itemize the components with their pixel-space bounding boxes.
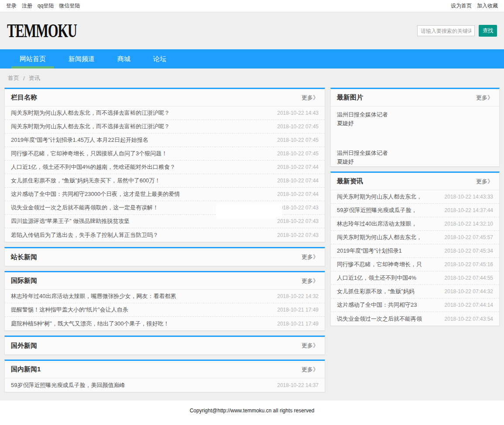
- news-title[interactable]: 说失业金领过一次之后就不能再领: [337, 315, 422, 323]
- wechat-login-link[interactable]: 微信登陆: [59, 2, 80, 10]
- news-row: 提醒警惕！这种指甲盖大小的“纸片”会让人自杀 2018-10-21 17:49: [5, 303, 325, 317]
- image-caption-line1: 温州日报全媒体记者: [337, 110, 493, 119]
- section-header: 国际新闻 更多》: [5, 272, 325, 290]
- news-title[interactable]: 女儿抓住彩票不放，“鱼贩”妈妈无奈买下，居然中了600万！: [11, 177, 160, 185]
- nav-item-news-channel[interactable]: 新闻频道: [60, 49, 103, 69]
- news-date: 2018-10-21 17:49: [277, 307, 319, 313]
- site-header: TEMMOKU 查找: [0, 12, 504, 49]
- footer: Copyright@http://www.temmoku.cn all righ…: [0, 401, 504, 425]
- news-title[interactable]: 同行惨不忍睹，它却神奇增长，只因接班人自问了3个狠问题！: [11, 150, 167, 158]
- news-title[interactable]: 59岁倪萍近照曝光瘦成瓜子脸，: [337, 206, 417, 214]
- register-link[interactable]: 注册: [22, 2, 32, 10]
- news-title[interactable]: 闯关东时期为何山东人都去东北，: [337, 233, 422, 241]
- search-button[interactable]: 查找: [479, 25, 497, 37]
- section-card-international-news: 国际新闻 更多》 林志玲年过40出席活动太辣眼，嘴唇微张扮少女，网友：看着都累 …: [4, 271, 325, 331]
- news-row: 闯关东时期为何山东人都去东北， 2018-10-22 07:45:57: [331, 231, 499, 244]
- news-row: 2019年度“国考”计划招录1 2018-10-22 07:45:34: [331, 244, 499, 258]
- image-caption-line1: 温州日报全媒体记者: [337, 149, 493, 158]
- more-link[interactable]: 更多》: [302, 342, 319, 350]
- main-content: 栏目名称 更多》 闯关东时期为何山东人都去东北，而不选择去富裕的江浙沪呢？ 20…: [0, 86, 504, 397]
- news-title[interactable]: 闯关东时期为何山东人都去东北，而不选择去富裕的江浙沪呢？: [11, 123, 170, 130]
- login-link[interactable]: 登录: [6, 2, 17, 10]
- news-date: 2018-10-22 07:43: [277, 205, 319, 211]
- nav-item-home[interactable]: 网站首页: [11, 49, 54, 69]
- news-row: 说失业金领过一次之后就不能再领 2018-10-22 07:43:54: [331, 312, 499, 326]
- news-title[interactable]: 同行惨不忍睹，它却神奇增长，只: [337, 260, 422, 268]
- news-datetime: 2018-10-22 07:44:14: [445, 302, 493, 308]
- section-title: 最新资讯: [337, 177, 363, 185]
- qq-login-link[interactable]: qq登陆: [38, 2, 54, 10]
- news-row: 闯关东时期为何山东人都去东北， 2018-10-22 14:43:33: [331, 190, 499, 204]
- more-link[interactable]: 更多》: [302, 253, 319, 261]
- news-row: 同行惨不忍睹，它却神奇增长，只 2018-10-22 07:45:16: [331, 258, 499, 271]
- news-title[interactable]: 若陷入传销后为了逃出去，失手杀了控制人算正当防卫吗？: [11, 231, 158, 239]
- breadcrumb-separator: /: [23, 75, 25, 82]
- section-card-foreign-news: 国外新闻 更多》: [4, 336, 325, 355]
- news-row: 同行惨不忍睹，它却神奇增长，只因接班人自问了3个狠问题！ 2018-10-22 …: [5, 147, 325, 161]
- section-header: 最新图片 更多》: [331, 89, 499, 106]
- news-row: 人口近1亿，领土还不到中国4%的越南，凭啥还能对外出口粮食？ 2018-10-2…: [5, 161, 325, 174]
- topbar-right-links: 设为首页 加入收藏: [451, 2, 498, 10]
- news-title[interactable]: 庭院种植5种“树”，既大气又漂亮，结出了300个果子，很好吃！: [11, 320, 169, 328]
- more-link[interactable]: 更多》: [302, 94, 319, 102]
- news-title[interactable]: 人口近1亿，领土还不到中国4%的越南，凭啥还能对外出口粮食？: [11, 163, 175, 171]
- news-title[interactable]: 林志玲年过40出席活动太辣眼，: [337, 220, 417, 228]
- more-link[interactable]: 更多》: [476, 178, 493, 185]
- nav-item-forum[interactable]: 论坛: [145, 49, 175, 69]
- news-title[interactable]: 女儿抓住彩票不放，“鱼贩”妈妈: [337, 288, 415, 295]
- news-row: 女儿抓住彩票不放，“鱼贩”妈妈无奈买下，居然中了600万！ 2018-10-22…: [5, 174, 325, 188]
- news-title[interactable]: 四川盐源评选“苹果王子” 做强品牌助推脱贫攻坚: [11, 217, 130, 225]
- news-row: 这片感动了全中国：共同相守23 2018-10-22 07:44:14: [331, 298, 499, 312]
- more-link[interactable]: 更多》: [476, 94, 493, 102]
- add-favorite-link[interactable]: 加入收藏: [477, 2, 498, 10]
- image-list-item[interactable]: 温州日报全媒体记者 夏婕妤: [331, 106, 499, 145]
- news-title[interactable]: 这片感动了全中国：共同相守23: [337, 301, 417, 309]
- section-card-webmaster-news: 站长新闻 更多》: [4, 247, 325, 266]
- set-homepage-link[interactable]: 设为首页: [451, 2, 472, 10]
- news-datetime: 2018-10-22 07:45:16: [445, 261, 493, 267]
- news-title[interactable]: 59岁倪萍近照曝光瘦成瓜子脸，美回颜值巅峰: [11, 381, 125, 389]
- news-title[interactable]: 闯关东时期为何山东人都去东北，而不选择去富裕的江浙沪呢？: [11, 109, 170, 117]
- news-date: 2018-10-21 17:49: [277, 321, 319, 327]
- news-title[interactable]: 说失业金领过一次之后就不能再领取的，这一定是有误解！: [11, 204, 158, 212]
- section-header: 最新资讯 更多》: [331, 173, 499, 190]
- news-datetime: 2018-10-22 07:45:57: [445, 234, 493, 240]
- news-datetime: 2018-10-22 07:44:55: [445, 275, 493, 281]
- news-row: 闯关东时期为何山东人都去东北，而不选择去富裕的江浙沪呢？ 2018-10-22 …: [5, 120, 325, 134]
- image-list-item[interactable]: 温州日报全媒体记者 夏婕妤: [331, 145, 499, 166]
- news-datetime: 2018-10-22 07:44:32: [445, 288, 493, 295]
- news-title[interactable]: 闯关东时期为何山东人都去东北，: [337, 193, 422, 201]
- main-nav: 网站首页 新闻频道 商城 论坛: [0, 49, 504, 69]
- news-row: 林志玲年过40出席活动太辣眼，嘴唇微张扮少女，网友：看着都累 2018-10-2…: [5, 290, 325, 303]
- news-row: 2019年度“国考”计划招录1.45万人 本月22日起开始报名 2018-10-…: [5, 134, 325, 147]
- breadcrumb-current: 资讯: [29, 74, 40, 82]
- news-title[interactable]: 林志玲年过40出席活动太辣眼，嘴唇微张扮少女，网友：看着都累: [11, 292, 176, 300]
- breadcrumb-home[interactable]: 首页: [8, 74, 19, 82]
- news-title[interactable]: 人口近1亿，领土还不到中国4%: [337, 274, 416, 282]
- image-caption-line2: 夏婕妤: [337, 119, 493, 128]
- news-title[interactable]: 2019年度“国考”计划招录1.45万人 本月22日起开始报名: [11, 136, 148, 144]
- nav-item-mall[interactable]: 商城: [109, 49, 139, 69]
- news-row: 59岁倪萍近照曝光瘦成瓜子脸，美回颜值巅峰 2018-10-22 14:37: [5, 378, 325, 392]
- section-card-latest-images: 最新图片 更多》 温州日报全媒体记者 夏婕妤 温州日报全媒体记者 夏婕妤: [330, 88, 500, 167]
- news-row: 庭院种植5种“树”，既大气又漂亮，结出了300个果子，很好吃！ 2018-10-…: [5, 317, 325, 330]
- search-input[interactable]: [417, 25, 475, 36]
- news-row: 这片感动了全中国：共同相守23000个日夜，这才是世上最美的爱情 2018-10…: [5, 188, 325, 201]
- more-link[interactable]: 更多》: [302, 277, 319, 285]
- news-datetime: 2018-10-22 07:43:54: [445, 316, 493, 322]
- news-date: 2018-10-22 07:44: [277, 178, 319, 184]
- news-datetime: 2018-10-22 07:45:34: [445, 248, 493, 254]
- news-date: 2018-10-22 07:45: [277, 123, 319, 130]
- news-title[interactable]: 2019年度“国考”计划招录1: [337, 247, 402, 255]
- section-card-latest-news: 最新资讯 更多》 闯关东时期为何山东人都去东北， 2018-10-22 14:4…: [330, 171, 500, 326]
- site-logo[interactable]: TEMMOKU: [7, 20, 77, 42]
- news-datetime: 2018-10-22 14:32:10: [445, 221, 493, 227]
- section-title: 国外新闻: [11, 342, 37, 350]
- news-row: 女儿抓住彩票不放，“鱼贩”妈妈 2018-10-22 07:44:32: [331, 285, 499, 298]
- section-title: 最新图片: [337, 93, 363, 102]
- more-link[interactable]: 更多》: [302, 366, 319, 374]
- news-title[interactable]: 提醒警惕！这种指甲盖大小的“纸片”会让人自杀: [11, 306, 128, 314]
- section-header: 国内新闻1 更多》: [5, 361, 325, 378]
- news-title[interactable]: 这片感动了全中国：共同相守23000个日夜，这才是世上最美的爱情: [11, 190, 180, 198]
- section-title: 国内新闻1: [11, 365, 41, 374]
